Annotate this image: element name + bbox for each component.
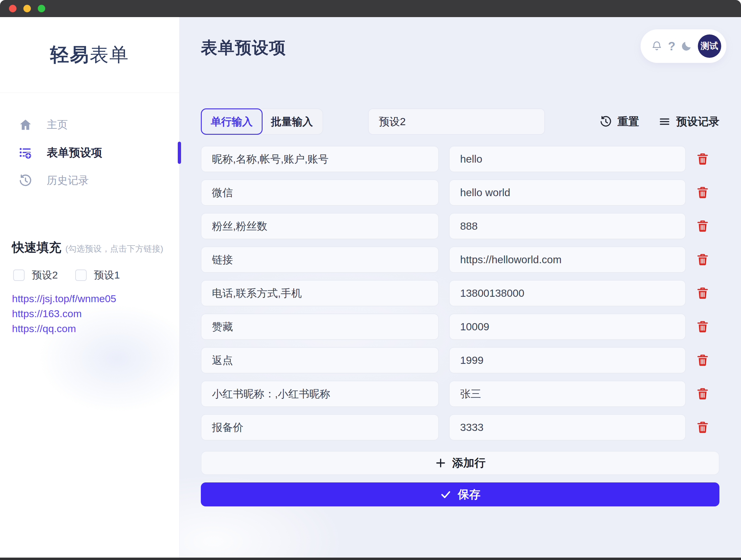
preset-checkbox[interactable] — [13, 269, 24, 281]
row-actions — [686, 253, 720, 266]
add-row-button[interactable]: 添加行 — [201, 451, 720, 475]
tab-batch-input[interactable]: 批量输入 — [261, 108, 323, 135]
quick-fill-hint: (勾选预设，点击下方链接) — [65, 243, 163, 254]
preset-row — [201, 246, 720, 273]
delete-row-button[interactable] — [696, 186, 710, 199]
form-presets-icon — [18, 146, 32, 160]
close-window-button[interactable] — [9, 5, 16, 12]
logo-text-regular: 表单 — [90, 44, 129, 65]
delete-row-button[interactable] — [696, 320, 710, 334]
sidebar-menu: 主页 表单预设项 — [0, 111, 179, 194]
quick-fill-link[interactable]: https://qq.com — [12, 321, 167, 336]
sidebar-item-home[interactable]: 主页 — [0, 111, 179, 139]
field-name-input[interactable] — [201, 381, 439, 407]
delete-row-button[interactable] — [696, 387, 710, 401]
trash-icon — [696, 220, 709, 233]
field-value-input[interactable] — [449, 347, 686, 374]
plus-icon — [435, 457, 446, 469]
row-actions — [686, 420, 720, 434]
trash-icon — [696, 152, 709, 166]
field-value-input[interactable] — [449, 414, 686, 441]
delete-row-button[interactable] — [696, 253, 710, 266]
preset-checkbox[interactable] — [75, 269, 87, 281]
add-row-label: 添加行 — [452, 456, 486, 470]
user-avatar[interactable]: 测试 — [698, 34, 721, 58]
delete-row-button[interactable] — [696, 353, 710, 367]
preset-row — [201, 179, 720, 206]
field-name-input[interactable] — [201, 246, 439, 273]
preset-records-button[interactable]: 预设记录 — [658, 114, 720, 129]
row-actions — [686, 186, 720, 199]
quick-fill-title: 快速填充 — [12, 239, 61, 256]
field-value-input[interactable] — [449, 280, 686, 306]
help-button[interactable]: ? — [668, 40, 675, 52]
quick-fill-link[interactable]: https://jsj.top/f/wnme05 — [12, 291, 167, 306]
logo-text-bold: 轻易 — [50, 44, 90, 65]
home-icon — [18, 118, 32, 132]
row-actions — [686, 387, 720, 401]
toolbar-actions: 重置 预设记录 — [600, 114, 720, 129]
field-value-input[interactable] — [449, 246, 686, 273]
field-name-input[interactable] — [201, 179, 439, 206]
sidebar-item-label: 表单预设项 — [47, 145, 102, 160]
trash-icon — [696, 287, 709, 300]
trash-icon — [696, 387, 709, 400]
trash-icon — [696, 421, 709, 434]
field-name-input[interactable] — [201, 280, 439, 306]
preset-checkbox-label: 预设1 — [94, 268, 120, 282]
question-mark-icon: ? — [668, 40, 675, 52]
delete-row-button[interactable] — [696, 219, 710, 233]
quick-fill-preset-option[interactable]: 预设2 — [13, 268, 58, 282]
field-name-input[interactable] — [201, 414, 439, 441]
field-value-input[interactable] — [449, 314, 686, 340]
input-mode-tabs: 单行输入 批量输入 — [201, 108, 323, 135]
reset-icon — [600, 115, 612, 128]
field-value-input[interactable] — [449, 179, 686, 206]
field-value-input[interactable] — [449, 146, 686, 172]
field-name-input[interactable] — [201, 314, 439, 340]
trash-icon — [696, 253, 709, 266]
field-value-input[interactable] — [449, 213, 686, 239]
minimize-window-button[interactable] — [23, 5, 31, 12]
sidebar: 轻易表单 主页 — [0, 17, 180, 558]
quick-fill-link[interactable]: https://163.com — [12, 306, 167, 321]
delete-row-button[interactable] — [696, 286, 710, 300]
delete-row-button[interactable] — [696, 152, 710, 166]
notifications-button[interactable] — [651, 40, 663, 52]
field-name-input[interactable] — [201, 347, 439, 374]
trash-icon — [696, 186, 709, 199]
preset-row — [201, 314, 720, 340]
preset-row — [201, 146, 720, 172]
quick-fill-preset-option[interactable]: 预设1 — [75, 268, 120, 282]
field-value-input[interactable] — [449, 381, 686, 407]
reset-button[interactable]: 重置 — [600, 114, 639, 129]
quick-fill-presets: 预设2 预设1 — [13, 268, 167, 282]
preset-records-label: 预设记录 — [676, 114, 720, 129]
sidebar-item-label: 历史记录 — [47, 173, 89, 187]
field-name-input[interactable] — [201, 146, 439, 172]
row-actions — [686, 219, 720, 233]
zoom-window-button[interactable] — [38, 5, 45, 12]
window-bottom-frame — [0, 558, 741, 560]
tab-single-line-input[interactable]: 单行输入 — [201, 108, 263, 135]
row-actions — [686, 353, 720, 367]
dark-mode-toggle[interactable] — [680, 40, 692, 52]
quick-fill-header: 快速填充 (勾选预设，点击下方链接) — [12, 239, 167, 256]
save-button[interactable]: 保存 — [201, 482, 720, 506]
delete-row-button[interactable] — [696, 420, 710, 434]
history-icon — [18, 174, 32, 187]
app-logo: 轻易表单 — [50, 42, 129, 68]
trash-icon — [696, 354, 709, 367]
row-actions — [686, 286, 720, 300]
preset-rows — [201, 146, 720, 441]
preset-name-input[interactable] — [368, 108, 545, 135]
logo-block: 轻易表单 — [0, 17, 179, 93]
field-name-input[interactable] — [201, 213, 439, 239]
quick-fill-links: https://jsj.top/f/wnme05 https://163.com… — [12, 291, 167, 336]
sidebar-item-label: 主页 — [47, 118, 68, 132]
sidebar-item-form-presets[interactable]: 表单预设项 — [0, 139, 179, 166]
main-content: 表单预设项 ? 测试 — [180, 17, 741, 558]
sidebar-item-history[interactable]: 历史记录 — [0, 166, 179, 194]
preset-checkbox-label: 预设2 — [32, 268, 58, 282]
preset-row — [201, 347, 720, 374]
